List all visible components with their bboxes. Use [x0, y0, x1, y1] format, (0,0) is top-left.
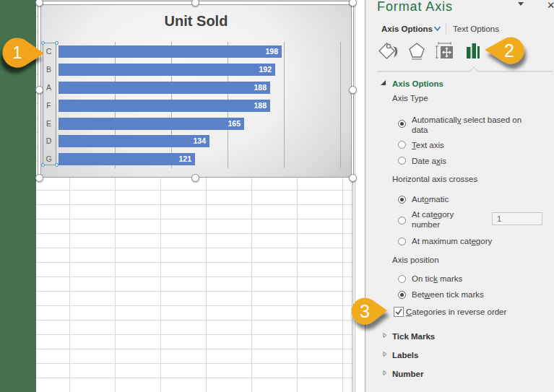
svg-text:2: 2 [504, 40, 514, 61]
svg-text:3: 3 [360, 301, 370, 321]
svg-text:1: 1 [13, 43, 22, 62]
